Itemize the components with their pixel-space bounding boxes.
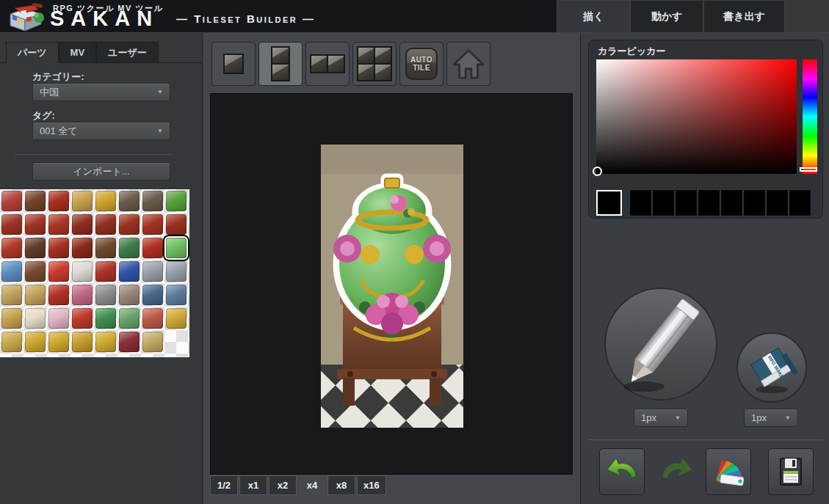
parts-tab-MV[interactable]: MV xyxy=(59,42,97,63)
parts-tab-パーツ[interactable]: パーツ xyxy=(6,42,59,63)
palette-tile[interactable] xyxy=(48,214,69,235)
palette-tile[interactable] xyxy=(1,214,22,235)
mode-tab-動かす[interactable]: 動かす xyxy=(630,0,703,32)
import-button[interactable]: インポート... xyxy=(32,162,170,180)
zoom-button-x8[interactable]: x8 xyxy=(327,475,355,495)
palette-tile[interactable] xyxy=(1,308,22,329)
palette-tile[interactable] xyxy=(72,214,93,235)
palette-tile[interactable] xyxy=(72,285,93,305)
palette-tile[interactable] xyxy=(72,332,93,352)
palette-button[interactable] xyxy=(706,448,751,495)
palette-tile[interactable] xyxy=(119,285,140,305)
save-button[interactable] xyxy=(768,448,814,495)
pencil-tool-button[interactable] xyxy=(604,288,717,401)
color-swatch[interactable] xyxy=(789,190,811,216)
palette-tile[interactable] xyxy=(25,238,46,258)
color-swatch[interactable] xyxy=(653,190,674,216)
palette-tile[interactable] xyxy=(95,214,116,235)
tile-shape-2x2-button[interactable] xyxy=(352,42,397,86)
tile-palette[interactable] xyxy=(0,189,189,357)
pencil-size-dropdown[interactable]: 1px ▼ xyxy=(634,409,688,427)
color-swatch[interactable] xyxy=(676,190,697,216)
tag-dropdown[interactable]: 001 全て ▼ xyxy=(32,122,170,140)
palette-tile[interactable] xyxy=(119,308,140,329)
palette-tile[interactable] xyxy=(166,285,187,305)
saturation-value-box[interactable] xyxy=(596,59,797,174)
palette-tile[interactable] xyxy=(1,191,22,211)
zoom-button-x1[interactable]: x1 xyxy=(239,475,267,495)
palette-tile[interactable] xyxy=(142,191,163,211)
tile-shape-2x1-button[interactable] xyxy=(305,42,350,86)
palette-tile[interactable] xyxy=(48,261,69,282)
palette-tile[interactable] xyxy=(72,238,93,258)
parts-tab-ユーザー[interactable]: ユーザー xyxy=(96,42,159,63)
palette-tile[interactable] xyxy=(48,332,69,352)
palette-tile[interactable] xyxy=(142,285,163,305)
color-swatch[interactable] xyxy=(698,190,720,216)
palette-tile[interactable] xyxy=(48,238,69,258)
palette-tile[interactable] xyxy=(142,308,163,329)
palette-tile[interactable] xyxy=(1,285,22,305)
palette-tile[interactable] xyxy=(119,191,140,211)
redo-button[interactable] xyxy=(654,448,700,495)
hue-bar[interactable] xyxy=(803,59,817,174)
palette-tile[interactable] xyxy=(25,261,46,282)
palette-tile[interactable] xyxy=(1,332,22,352)
palette-tile[interactable] xyxy=(95,308,116,329)
eraser-tool-button[interactable]: RPG MAKER xyxy=(736,332,807,403)
palette-tile[interactable] xyxy=(142,332,163,352)
zoom-button-x2[interactable]: x2 xyxy=(269,475,297,495)
palette-tile[interactable] xyxy=(142,214,163,235)
palette-tile[interactable] xyxy=(48,191,69,211)
chevron-down-icon: ▼ xyxy=(785,414,791,421)
palette-tile[interactable] xyxy=(119,332,140,352)
palette-tile[interactable] xyxy=(142,261,163,282)
palette-tile[interactable] xyxy=(95,191,116,211)
autotile-button[interactable]: AUTO TILE xyxy=(399,42,444,86)
current-color-swatch[interactable] xyxy=(596,190,622,216)
zoom-button-1/2[interactable]: 1/2 xyxy=(210,475,238,495)
palette-tile[interactable] xyxy=(1,261,22,282)
palette-tile[interactable] xyxy=(72,308,93,329)
undo-button[interactable] xyxy=(599,448,645,495)
mode-tab-書き出す[interactable]: 書き出す xyxy=(703,0,785,32)
palette-tile[interactable] xyxy=(119,214,140,235)
palette-tile[interactable] xyxy=(72,191,93,211)
palette-tile[interactable] xyxy=(25,191,46,211)
palette-tile[interactable] xyxy=(95,238,116,258)
drawing-canvas[interactable] xyxy=(210,93,573,475)
zoom-button-x16[interactable]: x16 xyxy=(357,475,386,495)
palette-tile[interactable] xyxy=(95,332,116,352)
color-swatch[interactable] xyxy=(767,190,788,216)
palette-tile[interactable] xyxy=(166,191,187,211)
palette-tile[interactable] xyxy=(25,332,46,352)
color-swatch[interactable] xyxy=(744,190,765,216)
palette-tile[interactable] xyxy=(95,261,116,282)
eraser-size-dropdown[interactable]: 1px ▼ xyxy=(744,409,798,427)
palette-tile[interactable] xyxy=(119,261,140,282)
home-button[interactable] xyxy=(446,42,490,86)
sv-cursor[interactable] xyxy=(593,167,602,176)
palette-tile[interactable] xyxy=(119,238,140,258)
palette-tile[interactable] xyxy=(142,238,163,258)
palette-tile[interactable] xyxy=(1,238,22,258)
zoom-button-x4[interactable]: x4 xyxy=(298,475,326,495)
color-swatch[interactable] xyxy=(630,190,651,216)
palette-tile[interactable] xyxy=(166,261,187,282)
palette-tile[interactable] xyxy=(95,285,116,305)
palette-tile[interactable] xyxy=(48,308,69,329)
palette-tile[interactable] xyxy=(72,261,93,282)
palette-tile[interactable] xyxy=(25,285,46,305)
palette-tile[interactable] xyxy=(166,238,187,258)
mode-tab-描く[interactable]: 描く xyxy=(557,0,630,32)
palette-tile[interactable] xyxy=(25,308,46,329)
palette-tile[interactable] xyxy=(25,214,46,235)
color-swatch[interactable] xyxy=(721,190,742,216)
palette-tile[interactable] xyxy=(166,308,187,329)
tile-shape-1x1-button[interactable] xyxy=(211,42,256,86)
palette-tile[interactable] xyxy=(48,285,69,305)
palette-tile[interactable] xyxy=(166,214,187,235)
tile-shape-1x2-button[interactable] xyxy=(258,42,303,86)
hue-cursor[interactable] xyxy=(800,167,817,172)
category-dropdown[interactable]: 中国 ▼ xyxy=(32,83,170,101)
